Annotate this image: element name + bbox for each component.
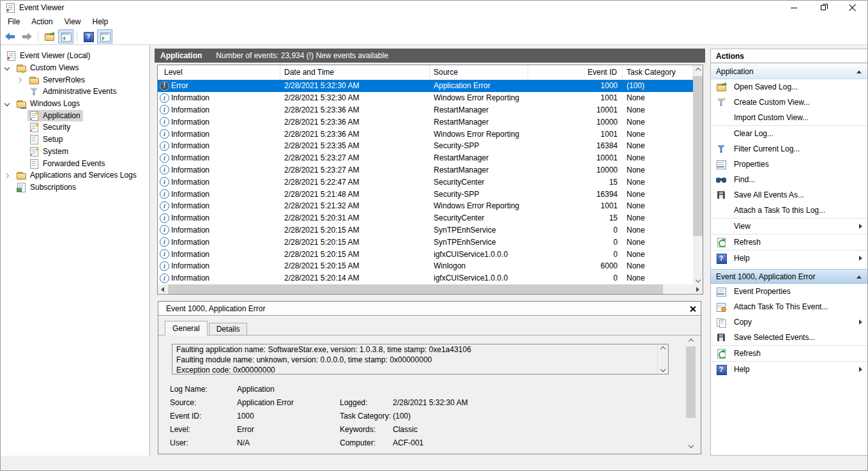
action-refresh[interactable]: Refresh: [711, 235, 868, 250]
back-arrow-icon: [5, 31, 15, 42]
field-label-level: Level:: [170, 425, 190, 434]
actions-section-application[interactable]: Application: [711, 65, 868, 79]
forward-arrow-button[interactable]: [19, 29, 34, 43]
event-row[interactable]: Information2/28/2021 5:21:48 AMSecurity-…: [158, 188, 693, 200]
minimize-button[interactable]: [779, 1, 809, 15]
tab-details[interactable]: Details: [209, 323, 248, 335]
action-copy[interactable]: Copy: [711, 314, 868, 330]
collapse-arrow-icon[interactable]: [857, 275, 862, 279]
scroll-up-button[interactable]: [685, 336, 696, 346]
scrollbar-thumb[interactable]: [168, 284, 663, 294]
tree-item-system[interactable]: System: [1, 146, 149, 158]
tree-item-serverroles[interactable]: ServerRoles: [1, 73, 149, 86]
event-row[interactable]: Information2/28/2021 5:23:35 AMSecurity-…: [158, 140, 693, 152]
tree-item-administrative-events[interactable]: Administrative Events: [1, 86, 149, 98]
restore-icon: [821, 5, 826, 10]
column-header-event-id[interactable]: Event ID: [528, 65, 623, 79]
event-task-category-cell: None: [623, 92, 693, 104]
event-row[interactable]: Information2/28/2021 5:21:32 AMWindows E…: [158, 200, 693, 212]
action-create-custom-view[interactable]: Create Custom View...: [711, 95, 868, 110]
tree-item-applications-and-services-logs[interactable]: Applications and Services Logs: [1, 169, 149, 181]
back-arrow-button[interactable]: [3, 29, 18, 43]
expand-chevron-icon[interactable]: [17, 77, 24, 83]
event-row[interactable]: Information2/28/2021 5:23:36 AMRestartMa…: [158, 104, 693, 116]
table-horizontal-scrollbar[interactable]: [158, 284, 703, 294]
event-row[interactable]: Information2/28/2021 5:20:15 AMigfxCUISe…: [158, 248, 693, 260]
action-save-selected-events[interactable]: Save Selected Events...: [711, 330, 868, 345]
action-refresh[interactable]: Refresh: [711, 346, 868, 361]
tree-item-windows-logs[interactable]: Windows Logs: [1, 98, 149, 110]
menu-file[interactable]: File: [2, 15, 26, 28]
event-row[interactable]: Information2/28/2021 5:20:15 AMSynTPEnhS…: [158, 224, 693, 236]
collapse-chevron-icon[interactable]: [4, 65, 11, 72]
action-properties[interactable]: Properties: [711, 157, 868, 172]
action-event-properties[interactable]: Event Properties: [711, 284, 868, 299]
action-filter-current-log[interactable]: Filter Current Log...: [711, 141, 868, 157]
action-attach-a-task-to-this-log[interactable]: Attach a Task To this Log...: [711, 203, 868, 218]
scroll-right-button[interactable]: [693, 284, 703, 294]
event-row[interactable]: Information2/28/2021 5:22:47 AMSecurityC…: [158, 176, 693, 188]
tree-item-security[interactable]: Security: [1, 121, 149, 134]
event-row[interactable]: Information2/28/2021 5:20:15 AMWinlogon6…: [158, 260, 693, 272]
preview-close-button[interactable]: [688, 304, 697, 314]
scroll-down-button[interactable]: [658, 365, 668, 374]
tab-general[interactable]: General: [165, 321, 208, 336]
action-import-custom-view[interactable]: Import Custom View...: [711, 110, 868, 125]
scroll-down-button[interactable]: [693, 275, 703, 284]
actions-section-event-1000-application-error[interactable]: Event 1000, Application Error: [711, 269, 868, 284]
scroll-up-button[interactable]: [693, 65, 703, 75]
event-row[interactable]: Error2/28/2021 5:32:30 AMApplication Err…: [158, 80, 693, 92]
column-header-date-and-time[interactable]: Date and Time: [280, 65, 430, 79]
help-button[interactable]: [80, 29, 96, 43]
restore-button[interactable]: [809, 1, 838, 15]
event-row[interactable]: Information2/28/2021 5:20:31 AMSecurityC…: [158, 212, 693, 224]
event-row[interactable]: Information2/28/2021 5:23:36 AMRestartMa…: [158, 116, 693, 128]
event-row[interactable]: Information2/28/2021 5:23:36 AMWindows E…: [158, 128, 693, 140]
action-pane-button[interactable]: [97, 29, 112, 43]
scrollbar-thumb[interactable]: [693, 76, 703, 236]
scroll-down-button[interactable]: [685, 440, 696, 450]
field-label-computer: Computer:: [340, 438, 376, 447]
action-open-saved-log[interactable]: Open Saved Log...: [711, 79, 868, 95]
event-row[interactable]: Information2/28/2021 5:23:27 AMRestartMa…: [158, 164, 693, 176]
preview-vertical-scrollbar[interactable]: [685, 336, 696, 450]
action-clear-log[interactable]: Clear Log...: [711, 126, 868, 141]
scrollbar-thumb[interactable]: [686, 346, 696, 418]
table-vertical-scrollbar[interactable]: [693, 65, 703, 284]
tree-item-event-viewer-local[interactable]: Event Viewer (Local): [1, 50, 149, 62]
tree-item-subscriptions[interactable]: Subscriptions: [1, 181, 149, 194]
collapse-chevron-icon[interactable]: [4, 101, 11, 107]
event-row[interactable]: Information2/28/2021 5:23:27 AMRestartMa…: [158, 152, 693, 164]
menu-help[interactable]: Help: [87, 15, 114, 28]
tree-item-custom-views[interactable]: Custom Views: [1, 62, 149, 74]
scroll-left-button[interactable]: [158, 284, 167, 294]
column-header-task-category[interactable]: Task Category: [623, 65, 693, 79]
tree-item-forwarded-events[interactable]: Forwarded Events: [1, 157, 149, 169]
console-tree-button[interactable]: [58, 29, 73, 43]
tree-item-label: Event Viewer (Local): [19, 51, 92, 60]
collapse-arrow-icon[interactable]: [857, 70, 862, 73]
event-level-label: Information: [171, 190, 209, 199]
menu-action[interactable]: Action: [26, 15, 58, 28]
close-button[interactable]: [838, 1, 867, 15]
event-row[interactable]: Information2/28/2021 5:20:14 AMigfxCUISe…: [158, 272, 693, 284]
field-row: Event ID:1000Task Category:(100): [158, 410, 681, 423]
event-row[interactable]: Information2/28/2021 5:32:30 AMWindows E…: [158, 92, 693, 104]
event-description-box[interactable]: Faulting application name: SoftwareStar.…: [172, 344, 669, 374]
description-scrollbar[interactable]: [657, 344, 668, 374]
action-save-all-events-as[interactable]: Save All Events As...: [711, 187, 868, 203]
action-help[interactable]: Help: [711, 251, 868, 266]
tree-item-application[interactable]: Application: [1, 109, 149, 121]
column-header-source[interactable]: Source: [430, 65, 528, 79]
scroll-up-button[interactable]: [658, 344, 668, 353]
column-header-level[interactable]: Level: [158, 65, 280, 79]
expand-chevron-icon[interactable]: [4, 173, 11, 179]
menu-view[interactable]: View: [59, 15, 87, 28]
action-find[interactable]: Find...: [711, 172, 868, 187]
action-view[interactable]: View: [711, 219, 868, 234]
event-row[interactable]: Information2/28/2021 5:20:15 AMSynTPEnhS…: [158, 236, 693, 248]
open-folder-button[interactable]: [42, 29, 57, 43]
action-help[interactable]: Help: [711, 362, 868, 377]
action-attach-task-to-this-event[interactable]: Attach Task To This Event...: [711, 299, 868, 314]
tree-item-setup[interactable]: Setup: [1, 134, 149, 146]
